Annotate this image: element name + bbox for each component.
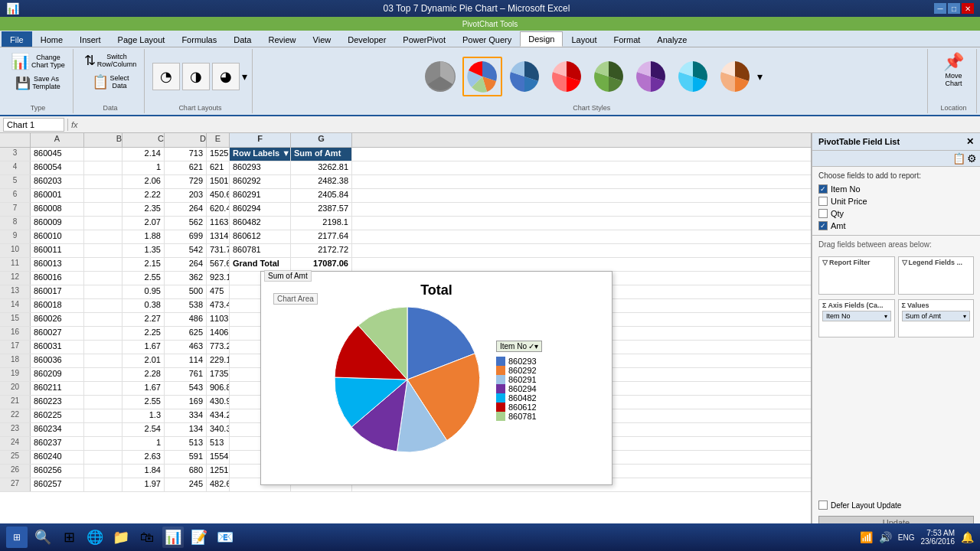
tab-review[interactable]: Review — [260, 31, 304, 47]
pivot-row-860291[interactable]: 860291 — [230, 189, 291, 202]
values-field-sum-of-amt[interactable]: Sum of Amt ▾ — [902, 311, 971, 321]
select-data-button[interactable]: 📋 SelectData — [89, 72, 132, 92]
pivot-icon-2[interactable]: ⚙ — [967, 152, 977, 165]
cell-e8[interactable]: 1163.34 — [207, 217, 230, 230]
cell-a8[interactable]: 860009 — [31, 217, 84, 230]
cell-c4[interactable]: 1 — [122, 161, 165, 174]
field-unit-price[interactable]: Unit Price — [812, 195, 980, 207]
cell-b4[interactable] — [84, 161, 122, 174]
minimize-button[interactable]: ─ — [934, 3, 946, 14]
pivot-row-860293[interactable]: 860293 — [230, 161, 291, 174]
cell-b9[interactable] — [84, 230, 122, 243]
item-no-filter[interactable]: Item No ✓▾ — [496, 341, 542, 352]
taskview-icon[interactable]: ⊞ — [58, 527, 80, 548]
cell-e5[interactable]: 1501.74 — [207, 175, 230, 188]
cell-e3[interactable]: 1525.82 — [207, 148, 230, 161]
start-button[interactable]: ⊞ — [6, 527, 28, 548]
pivot-row-860781[interactable]: 860781 — [230, 244, 291, 257]
tab-insert[interactable]: Insert — [71, 31, 109, 47]
axis-dropdown-arrow[interactable]: ▾ — [884, 313, 887, 320]
pivot-icon-1[interactable]: 📋 — [952, 152, 965, 165]
cell-a4[interactable]: 860054 — [31, 161, 84, 174]
cell-c10[interactable]: 1.35 — [122, 244, 165, 257]
cell-e6[interactable]: 450.66 — [207, 189, 230, 202]
cell-b5[interactable] — [84, 175, 122, 188]
chart-style-6[interactable] — [631, 57, 671, 96]
folder-icon[interactable]: 📁 — [110, 527, 132, 548]
cell-e10[interactable]: 731.7 — [207, 244, 230, 257]
cell-d11[interactable]: 264 — [165, 258, 207, 271]
cell-d3[interactable]: 713 — [165, 148, 207, 161]
axis-field-item-no[interactable]: Item No ▾ — [822, 311, 891, 321]
tab-power-query[interactable]: Power Query — [454, 31, 520, 47]
cell-e7[interactable]: 620.4 — [207, 203, 230, 216]
axis-fields-box[interactable]: Σ Axis Fields (Ca... Item No ▾ — [818, 299, 895, 337]
layout-1[interactable]: ◔ — [152, 63, 180, 90]
cell-d10[interactable]: 542 — [165, 244, 207, 257]
app-icon[interactable]: 📧 — [214, 527, 236, 548]
chart-style-7[interactable] — [673, 57, 713, 96]
values-dropdown-arrow[interactable]: ▾ — [963, 313, 966, 320]
notifications-icon[interactable]: 🔔 — [961, 531, 974, 543]
store-icon[interactable]: 🛍 — [136, 527, 158, 548]
chart-style-2[interactable] — [462, 57, 502, 96]
cell-a7[interactable]: 860008 — [31, 203, 84, 216]
field-checkbox-unit-price[interactable] — [818, 197, 828, 206]
tab-formulas[interactable]: Formulas — [173, 31, 225, 47]
tab-format[interactable]: Format — [605, 31, 648, 47]
tab-view[interactable]: View — [305, 31, 340, 47]
chart-style-1[interactable] — [420, 57, 460, 96]
tab-page-layout[interactable]: Page Layout — [109, 31, 174, 47]
cell-d7[interactable]: 264 — [165, 203, 207, 216]
cell-e11[interactable]: 567.6 — [207, 258, 230, 271]
cell-d8[interactable]: 562 — [165, 217, 207, 230]
cell-b8[interactable] — [84, 217, 122, 230]
cell-a11[interactable]: 860013 — [31, 258, 84, 271]
volume-icon[interactable]: 🔊 — [879, 531, 892, 543]
cell-a10[interactable]: 860011 — [31, 244, 84, 257]
cell-e4[interactable]: 621 — [207, 161, 230, 174]
cell-c8[interactable]: 2.07 — [122, 217, 165, 230]
move-chart-button[interactable]: 📌 MoveChart — [939, 51, 969, 89]
chart-style-8[interactable] — [715, 57, 755, 96]
field-item-no[interactable]: ✓ Item No — [812, 183, 980, 195]
cell-c5[interactable]: 2.06 — [122, 175, 165, 188]
cell-e9[interactable]: 1314.12 — [207, 230, 230, 243]
cell-c11[interactable]: 2.15 — [122, 258, 165, 271]
defer-checkbox[interactable] — [818, 500, 828, 510]
cell-a12[interactable]: 860016 — [31, 272, 84, 285]
cell-c6[interactable]: 2.22 — [122, 189, 165, 202]
search-taskbar[interactable]: 🔍 — [32, 527, 54, 548]
chart-style-5[interactable] — [589, 57, 629, 96]
legend-fields-box[interactable]: ▽ Legend Fields ... — [898, 256, 975, 295]
field-qty[interactable]: Qty — [812, 207, 980, 220]
tab-data[interactable]: Data — [225, 31, 260, 47]
close-button[interactable]: ✕ — [962, 3, 974, 14]
cell-b7[interactable] — [84, 203, 122, 216]
excel-taskbar-icon[interactable]: 📊 — [162, 527, 184, 548]
save-as-template-button[interactable]: 💾 Save AsTemplate — [12, 73, 64, 92]
pivot-header-row-labels[interactable]: Row Labels ▼ — [230, 148, 291, 161]
cell-b11[interactable] — [84, 258, 122, 271]
cell-a5[interactable]: 860203 — [31, 175, 84, 188]
formula-input[interactable] — [81, 118, 977, 132]
item-no-filter-icon[interactable]: ✓▾ — [528, 342, 538, 350]
word-icon[interactable]: 📝 — [188, 527, 210, 548]
chart-style-3[interactable] — [505, 57, 544, 96]
field-checkbox-amt[interactable]: ✓ — [818, 221, 828, 230]
pivot-panel-close-icon[interactable]: ✕ — [966, 136, 974, 147]
values-box[interactable]: Σ Values Sum of Amt ▾ — [898, 299, 975, 337]
cell-b3[interactable] — [84, 148, 122, 161]
cell-d5[interactable]: 729 — [165, 175, 207, 188]
network-icon[interactable]: 📶 — [860, 531, 873, 543]
pivot-header-sum-of-amt[interactable]: Sum of Amt — [291, 148, 352, 161]
pivot-row-860294[interactable]: 860294 — [230, 203, 291, 216]
pivot-row-860612[interactable]: 860612 — [230, 230, 291, 243]
cell-d6[interactable]: 203 — [165, 189, 207, 202]
tab-file[interactable]: File — [2, 31, 32, 47]
layout-dropdown[interactable]: ▾ — [242, 70, 247, 83]
chart-style-4[interactable] — [547, 57, 586, 96]
field-checkbox-item-no[interactable]: ✓ — [818, 184, 828, 194]
tab-design[interactable]: Design — [520, 31, 563, 47]
edge-icon[interactable]: 🌐 — [84, 527, 106, 548]
